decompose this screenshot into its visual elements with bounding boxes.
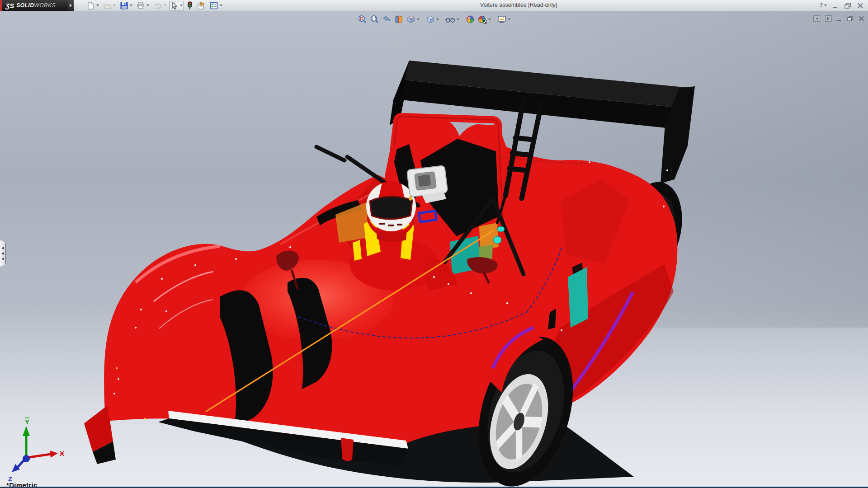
- undo-arrow-icon: [154, 2, 162, 9]
- save-button[interactable]: [119, 1, 134, 10]
- triad-y-label: Y: [25, 418, 29, 426]
- traffic-light-icon: [187, 1, 193, 9]
- main-toolbar: [85, 0, 224, 11]
- document-minimize-button[interactable]: [837, 16, 842, 21]
- help-dropdown-caret[interactable]: [824, 5, 827, 6]
- section-view-button[interactable]: [393, 14, 404, 24]
- document-close-button[interactable]: [859, 16, 864, 21]
- view-settings-button[interactable]: [496, 14, 511, 24]
- close-button[interactable]: [857, 3, 863, 9]
- view-settings-caret[interactable]: [508, 19, 510, 20]
- window-controls: ?: [820, 0, 863, 11]
- solidworks-logo-glyph: ƷS: [5, 2, 14, 9]
- notebook-hand-icon: [197, 2, 205, 9]
- feature-panel-collapsed-tab[interactable]: [0, 240, 6, 267]
- hide-show-items-button[interactable]: [444, 14, 460, 24]
- open-dropdown-caret[interactable]: [113, 5, 116, 6]
- model-scene[interactable]: Y X Z: [0, 11, 868, 487]
- display-style-button[interactable]: [425, 14, 440, 24]
- eyeglasses-icon: [445, 15, 455, 24]
- view-orientation-button[interactable]: [406, 14, 420, 24]
- view-orientation-caret[interactable]: [417, 19, 420, 20]
- menu-expand-tab[interactable]: [68, 0, 74, 11]
- undo-dropdown-caret[interactable]: [164, 5, 166, 6]
- triad-x-label: X: [60, 450, 64, 457]
- checklist-icon: [210, 2, 218, 9]
- nav-next-button[interactable]: [825, 15, 832, 22]
- help-button[interactable]: ?: [820, 2, 827, 9]
- tow-hook[interactable]: [341, 438, 354, 461]
- title-bar: ƷS SOLIDWORKS: [0, 0, 868, 11]
- undo-button[interactable]: [152, 1, 168, 10]
- solidworks-window: ƷS SOLIDWORKS: [0, 0, 868, 488]
- section-view-icon: [394, 15, 403, 24]
- save-floppy-icon: [120, 2, 128, 9]
- nav-next-icon: [827, 17, 830, 20]
- hide-show-items-caret[interactable]: [457, 19, 459, 20]
- select-dropdown-caret[interactable]: [180, 5, 183, 6]
- appearance-sphere-icon: [466, 15, 475, 24]
- solidworks-logo: ƷS SOLIDWORKS: [0, 0, 68, 11]
- help-icon: ?: [820, 2, 823, 9]
- zoom-to-fit-button[interactable]: [357, 14, 368, 24]
- collapse-arrow-icon: [2, 247, 4, 249]
- selection-filter-button[interactable]: [186, 0, 194, 10]
- window-title: Voiture assemblee [Read-only]: [480, 2, 557, 8]
- zoom-to-fit-icon: [358, 15, 367, 24]
- print-button[interactable]: [136, 1, 151, 10]
- edit-appearance-button[interactable]: [465, 14, 476, 24]
- view-settings-icon: [497, 15, 506, 24]
- expand-arrow-icon: [70, 4, 72, 7]
- view-orientation-label: *Dimetric: [6, 481, 38, 488]
- previous-view-button[interactable]: [381, 14, 392, 24]
- restore-button[interactable]: [844, 3, 851, 9]
- new-dropdown-caret[interactable]: [96, 5, 99, 6]
- new-document-button[interactable]: [85, 1, 100, 10]
- view-orientation-icon: [406, 15, 415, 24]
- graphics-viewport[interactable]: Y X Z: [0, 11, 868, 488]
- minimize-button[interactable]: [833, 3, 839, 8]
- zoom-to-area-icon: [370, 15, 379, 24]
- open-folder-icon: [104, 2, 111, 9]
- options-dropdown-caret[interactable]: [220, 5, 222, 6]
- select-cursor-icon: [171, 2, 178, 9]
- brand-name-light: WORKS: [34, 2, 56, 9]
- printer-icon: [137, 2, 145, 9]
- nav-previous-button[interactable]: [813, 15, 820, 22]
- select-tool-button[interactable]: [170, 1, 184, 10]
- brand-name-bold: SOLID: [16, 2, 34, 9]
- apply-scene-icon: [478, 15, 487, 24]
- document-restore-button[interactable]: [847, 16, 854, 21]
- options-checklist-button[interactable]: [208, 1, 224, 10]
- collapse-arrow-icon: [2, 252, 4, 255]
- zoom-to-area-button[interactable]: [369, 14, 380, 24]
- nav-previous-icon: [816, 17, 818, 20]
- print-dropdown-caret[interactable]: [146, 5, 149, 6]
- design-binder-button[interactable]: [196, 1, 207, 10]
- collapse-arrow-icon: [2, 258, 4, 260]
- apply-scene-button[interactable]: [477, 14, 492, 24]
- apply-scene-caret[interactable]: [488, 19, 491, 20]
- new-document-icon: [87, 2, 94, 9]
- open-document-button[interactable]: [102, 1, 117, 10]
- display-style-icon: [426, 15, 435, 24]
- document-window-controls: [813, 15, 864, 22]
- save-dropdown-caret[interactable]: [130, 5, 132, 6]
- display-style-caret[interactable]: [436, 19, 439, 20]
- heads-up-view-toolbar: [357, 14, 511, 24]
- previous-view-icon: [382, 15, 391, 24]
